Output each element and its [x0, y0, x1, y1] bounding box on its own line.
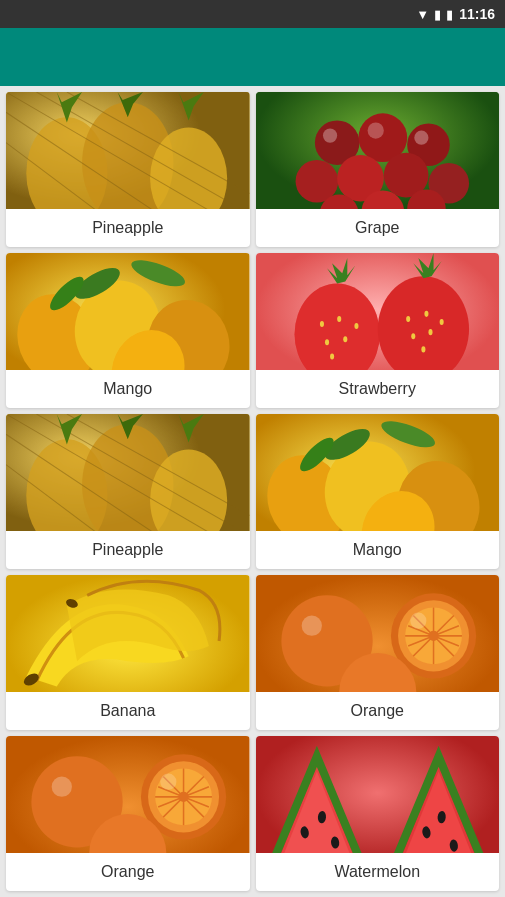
svg-point-40 [319, 321, 323, 327]
fruit-card-4[interactable]: Strawberry [256, 253, 500, 408]
svg-point-49 [411, 333, 415, 339]
fruit-card-6[interactable]: Mango [256, 414, 500, 569]
fruit-image-9 [6, 736, 250, 853]
svg-point-46 [406, 316, 410, 322]
svg-point-92 [410, 613, 426, 629]
svg-point-45 [330, 353, 334, 359]
fruit-image-7 [6, 575, 250, 692]
signal-icon: ▮ [434, 7, 441, 22]
svg-point-48 [439, 319, 443, 325]
fruit-image-5 [6, 414, 250, 531]
fruit-image-6 [256, 414, 500, 531]
fruit-image-10 [256, 736, 500, 853]
fruit-card-5[interactable]: Pineapple [6, 414, 250, 569]
svg-point-47 [424, 311, 428, 317]
svg-point-107 [160, 774, 176, 790]
svg-point-25 [322, 129, 336, 143]
svg-point-26 [367, 122, 383, 138]
fruit-label-3: Mango [6, 370, 250, 408]
fruit-label-6: Mango [256, 531, 500, 569]
svg-point-106 [52, 777, 72, 797]
fruit-card-10[interactable]: Watermelon [256, 736, 500, 891]
status-bar: ▼ ▮ ▮ 11:16 [0, 0, 505, 28]
fruit-image-1 [6, 92, 250, 209]
fruit-label-10: Watermelon [256, 853, 500, 891]
toolbar [0, 28, 505, 86]
fruit-card-3[interactable]: Mango [6, 253, 250, 408]
fruit-label-1: Pineapple [6, 209, 250, 247]
fruit-grid[interactable]: Pineapple Grape [0, 86, 505, 897]
fruit-image-4 [256, 253, 500, 370]
status-icons: ▼ ▮ ▮ [416, 7, 453, 22]
svg-point-50 [428, 329, 432, 335]
fruit-image-2 [256, 92, 500, 209]
status-time: 11:16 [459, 6, 495, 22]
svg-point-42 [354, 323, 358, 329]
fruit-label-7: Banana [6, 692, 250, 730]
fruit-label-2: Grape [256, 209, 500, 247]
svg-point-44 [343, 336, 347, 342]
fruit-label-9: Orange [6, 853, 250, 891]
svg-point-91 [301, 616, 321, 636]
fruit-label-4: Strawberry [256, 370, 500, 408]
battery-icon: ▮ [446, 7, 453, 22]
fruit-label-8: Orange [256, 692, 500, 730]
fruit-card-7[interactable]: Banana [6, 575, 250, 730]
fruit-label-5: Pineapple [6, 531, 250, 569]
svg-point-43 [324, 339, 328, 345]
svg-point-90 [428, 631, 438, 641]
fruit-image-8 [256, 575, 500, 692]
svg-point-105 [178, 792, 188, 802]
fruit-card-2[interactable]: Grape [256, 92, 500, 247]
svg-point-27 [414, 131, 428, 145]
svg-point-51 [421, 346, 425, 352]
fruit-card-8[interactable]: Orange [256, 575, 500, 730]
fruit-card-1[interactable]: Pineapple [6, 92, 250, 247]
fruit-image-3 [6, 253, 250, 370]
svg-point-41 [337, 316, 341, 322]
wifi-icon: ▼ [416, 7, 429, 22]
fruit-card-9[interactable]: Orange [6, 736, 250, 891]
